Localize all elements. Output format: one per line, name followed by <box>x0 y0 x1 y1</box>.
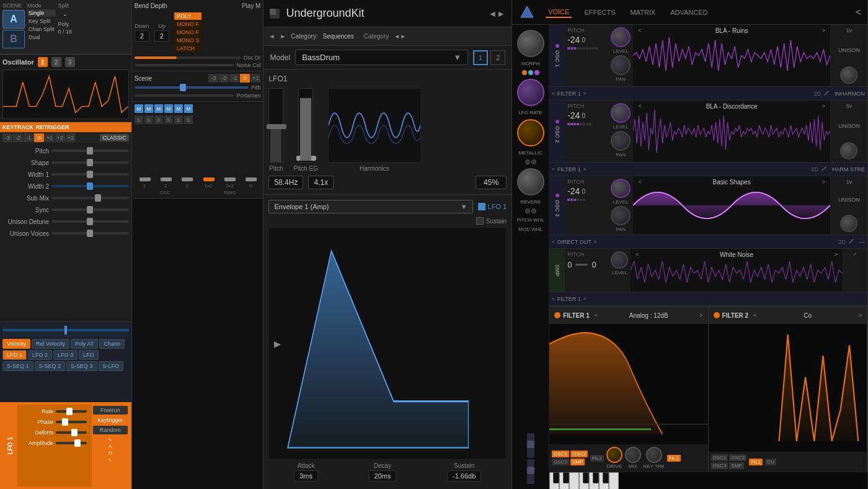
osc1-pitch-num[interactable]: 0 <box>582 37 585 43</box>
f2-cu-btn[interactable]: CU <box>765 459 776 465</box>
num-1-btn[interactable]: 1 <box>473 50 488 65</box>
osc2-wave-prev[interactable]: < <box>638 103 641 110</box>
drive-knob[interactable] <box>606 447 622 463</box>
bend-down-val[interactable]: 2 <box>135 30 149 42</box>
envelope-select[interactable]: Envelope 1 (Amp) ▼ <box>268 200 472 213</box>
m-btn-3[interactable]: M <box>154 104 163 113</box>
lfo-rate-slider[interactable] <box>56 410 87 413</box>
mix-knob[interactable] <box>625 447 641 463</box>
s-btn-6[interactable]: S <box>184 115 193 124</box>
piano-key-b[interactable] <box>609 472 619 489</box>
num-minus2[interactable]: -2 <box>13 133 23 142</box>
wave-icon-3[interactable]: ⊓ <box>93 451 128 456</box>
f2-osc1-btn[interactable]: OSC1 <box>711 454 728 461</box>
mult-display[interactable]: 4.1x <box>308 176 334 189</box>
tab-advanced[interactable]: ADVANCED <box>668 7 710 17</box>
m-btn-1[interactable]: M <box>135 104 143 113</box>
scene-a-button[interactable]: A <box>2 10 25 29</box>
m-btn-6[interactable]: M <box>184 104 193 113</box>
s-btn-2[interactable]: S <box>144 115 153 124</box>
smp-wave-prev[interactable]: < <box>636 251 639 258</box>
pitch-eg-slider[interactable] <box>298 88 313 163</box>
lfo-keytrigger[interactable]: Keytrigger <box>93 416 128 424</box>
osc2-level-knob[interactable] <box>611 103 631 123</box>
m-btn-5[interactable]: M <box>174 104 183 113</box>
piano-key-fs[interactable] <box>583 472 589 483</box>
osc2-filter-prev[interactable]: < <box>552 166 555 172</box>
smp-pitch-left[interactable]: 0 <box>567 260 572 269</box>
osc3-filter-prev[interactable]: < <box>552 239 555 244</box>
piano-keyboard[interactable] <box>549 472 867 489</box>
osc-num-2[interactable]: 2 <box>51 57 61 67</box>
osc2-extra-knob[interactable] <box>840 142 857 159</box>
smp-filter-next[interactable]: > <box>583 296 587 302</box>
osc3-pan-knob[interactable] <box>611 206 631 225</box>
mod-poly-at[interactable]: Poly AT <box>71 339 98 349</box>
mode-chansplit[interactable]: Chan Split <box>27 25 56 33</box>
osc2-filter-next[interactable]: > <box>583 166 587 172</box>
mode-dual[interactable]: Dual <box>27 34 56 41</box>
poly-mode-mono3[interactable]: MONO S <box>174 37 202 44</box>
lfo-checkbox[interactable] <box>478 203 485 210</box>
num-plus2[interactable]: +2 <box>55 133 65 142</box>
f2-smp-btn[interactable]: SMP <box>729 462 743 469</box>
piano-key-as[interactable] <box>603 472 609 483</box>
poly-mode-mono1[interactable]: MONO F <box>174 20 202 28</box>
osc3-pitch-num[interactable]: 0 <box>582 188 585 195</box>
scene2-minus2[interactable]: -2 <box>219 74 229 83</box>
num-minus3[interactable]: -3 <box>2 133 12 142</box>
tab-matrix[interactable]: MATRIX <box>628 7 658 17</box>
classic-button[interactable]: CLASSIC <box>100 134 129 141</box>
poly-mode-latch[interactable]: LATCH <box>174 45 202 52</box>
wave-icon-4[interactable]: ∿ <box>93 457 128 463</box>
filter2-next[interactable]: > <box>859 312 862 318</box>
osc3-wave-prev[interactable]: < <box>638 179 641 186</box>
osc1-edit-icon[interactable] <box>823 90 830 97</box>
mod-lfo1[interactable]: LFO 1 <box>2 350 27 360</box>
unison-voices-slider[interactable] <box>51 232 129 235</box>
poly-mode-poly[interactable]: POLY <box>174 12 202 20</box>
osc1-pan-knob[interactable] <box>611 55 631 75</box>
s-btn-4[interactable]: S <box>164 115 173 124</box>
keytrack-label[interactable]: KEYTRACK <box>2 124 33 130</box>
osc3-extra-knob[interactable] <box>840 215 857 232</box>
width2-slider[interactable] <box>51 185 129 187</box>
filter2-prev[interactable]: < <box>753 312 756 318</box>
width1-slider[interactable] <box>51 173 129 176</box>
f1-fil2-btn[interactable]: FIL2 <box>590 455 604 462</box>
osc1-wave-next[interactable]: > <box>822 27 825 34</box>
pitch-v-slider[interactable] <box>268 88 283 163</box>
s-btn-3[interactable]: S <box>154 115 163 124</box>
harmonics-pct[interactable]: 45% <box>476 176 507 189</box>
tab-effects[interactable]: EFFECTS <box>582 7 618 17</box>
piano-key-cs[interactable] <box>553 472 559 483</box>
pitch-slider[interactable] <box>51 150 129 152</box>
scene2-minus3[interactable]: -3 <box>208 74 218 83</box>
s-btn-1[interactable]: S <box>135 115 143 124</box>
mod-rel-velocity[interactable]: Rel Velocity <box>32 339 69 349</box>
lfo-freerun[interactable]: Freerun <box>93 406 128 415</box>
f1-smp-btn[interactable]: SMP <box>570 459 585 465</box>
sustain-val[interactable]: -1.66db <box>447 470 481 482</box>
cat-right-arrows[interactable]: ◄► <box>394 33 406 40</box>
osc3-edit-icon[interactable] <box>848 238 854 246</box>
osc1-level-knob[interactable] <box>611 27 631 47</box>
poly-mode-select[interactable]: POLY MONO F MONO F MONO S LATCH <box>174 12 202 52</box>
env-play-btn[interactable]: ▶ <box>274 339 281 349</box>
osc2-wave-next[interactable]: > <box>822 103 825 110</box>
osc1-extra-knob[interactable] <box>840 66 857 84</box>
smp-level-knob[interactable] <box>611 251 628 269</box>
poly-mode-mono2[interactable]: MONO F <box>174 29 202 36</box>
unison-detune-slider[interactable] <box>51 220 129 223</box>
smp-wave-next[interactable]: > <box>835 251 838 258</box>
osc1-filter-prev[interactable]: < <box>552 91 555 96</box>
synth-arrows[interactable]: ◄► <box>488 9 505 19</box>
num-plus3[interactable]: +3 <box>66 133 76 142</box>
attack-val[interactable]: 3ms <box>294 470 318 482</box>
lfo-deform-slider[interactable] <box>56 431 87 434</box>
osc1-filter-next[interactable]: > <box>583 91 587 96</box>
submix-slider[interactable] <box>51 197 129 199</box>
smp-pitch-right[interactable]: 0 <box>591 260 596 269</box>
m-btn-4[interactable]: M <box>164 104 173 113</box>
cat-prev[interactable]: ◄ <box>268 33 275 40</box>
